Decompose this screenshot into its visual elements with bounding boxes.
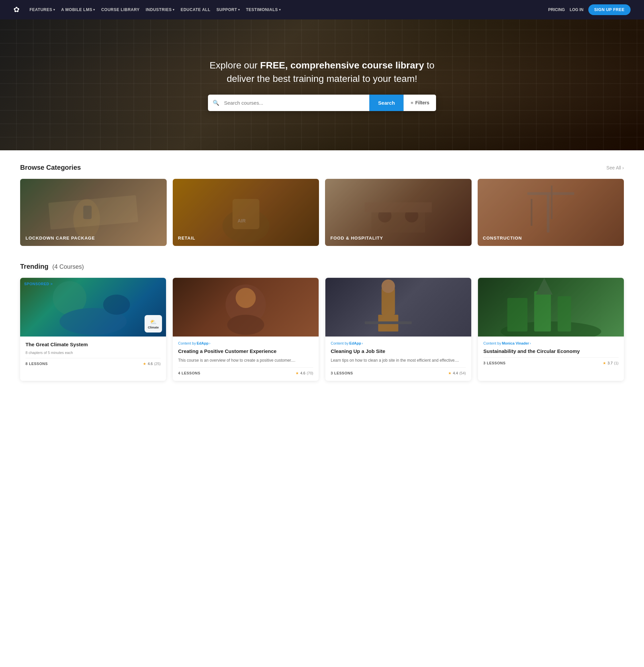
hero-search-bar: 🔍 Search ≡ Filters [208,95,436,111]
course-desc-2: This course is an overview of how to cre… [178,357,313,363]
rating-value: 3.7 [608,361,612,365]
course-lessons-2: 4 LESSONS [178,371,200,375]
filters-button[interactable]: ≡ Filters [403,95,436,111]
trending-count: (4 Courses) [52,263,84,270]
search-input[interactable] [224,95,369,111]
course-desc-3: Learn tips on how to clean a job site in… [331,357,466,363]
content-by-name-4: Monica Vinader [502,341,529,345]
rating-count: (25) [154,362,161,366]
course-info-1: The Great Climate System 8 chapters of 5… [20,337,166,371]
category-construction[interactable]: CONSTRUCTION [478,179,624,246]
course-thumb-3 [325,278,471,337]
navbar: ✿ FEATURES ▾ A MOBILE LMS ▾ COURSE LIBRA… [0,0,644,19]
course-footer-4: 3 LESSONS ★ 3.7 (1) [483,357,618,365]
star-icon: ★ [448,371,451,375]
svg-rect-26 [534,291,551,331]
course-lessons-4: 3 LESSONS [483,361,506,365]
star-icon: ★ [603,361,606,365]
nav-links: FEATURES ▾ A MOBILE LMS ▾ COURSE LIBRARY… [30,7,541,12]
svg-rect-27 [558,296,571,331]
course-lessons-3: 3 LESSONS [331,371,353,375]
svg-marker-28 [536,278,553,295]
star-icon: ★ [143,362,146,366]
svg-point-19 [227,315,264,335]
trending-grid: SPONSORED > ⛅ Climate The Great Climate … [20,278,624,381]
content-by-2: Content by EdApp › [178,341,313,345]
trending-title: Trending (4 Courses) [20,263,84,271]
course-card-customer[interactable]: Content by EdApp › Creating a Positive C… [173,278,319,381]
category-lockdown[interactable]: LOCKDOWN CARE PACKAGE [20,179,167,246]
nav-login[interactable]: LOG IN [569,7,583,12]
course-thumb-bg-1 [20,278,166,337]
sponsored-badge: SPONSORED > [24,282,53,286]
category-label-retail: RETAIL [178,235,196,241]
browse-header: Browse Categories See All › [20,164,624,172]
nav-testimonials[interactable]: TESTIMONIALS ▾ [246,7,281,12]
course-rating-2: ★ 4.6 (70) [296,371,313,375]
course-title-3: Cleaning Up a Job Site [331,348,466,355]
category-label-lockdown: LOCKDOWN CARE PACKAGE [26,235,95,241]
course-footer-1: 8 LESSONS ★ 4.6 (25) [26,358,161,366]
provider-logo-icon: ⛅ [150,319,156,325]
svg-rect-23 [365,322,412,324]
filter-icon: ≡ [411,100,413,105]
course-info-4: Content by Monica Vinader › Sustainabili… [478,337,624,371]
rating-count: (54) [459,371,466,375]
nav-logo: ✿ [13,5,19,14]
course-footer-3: 3 LESSONS ★ 4.4 (54) [331,368,466,375]
course-card-jobsite[interactable]: Content by EdApp › Cleaning Up a Job Sit… [325,278,471,381]
nav-educate-all[interactable]: EDUCATE ALL [180,7,210,12]
provider-logo-climate: ⛅ Climate [145,315,162,332]
nav-mobile-lms[interactable]: A MOBILE LMS ▾ [61,7,95,12]
filters-label: Filters [415,100,429,105]
course-thumb-1: SPONSORED > ⛅ Climate [20,278,166,337]
course-lessons-1: 8 LESSONS [26,362,48,366]
signup-button[interactable]: SIGN UP FREE [588,4,631,15]
course-info-3: Content by EdApp › Cleaning Up a Job Sit… [325,337,471,381]
course-title-1: The Great Climate System [26,341,161,348]
course-thumb-bg-2 [173,278,319,337]
content-by-name-3: EdApp [349,341,361,345]
rating-value: 4.6 [148,362,153,366]
category-food[interactable]: FOOD & HOSPITALITY [325,179,472,246]
rating-value: 4.4 [453,371,458,375]
see-all-link[interactable]: See All › [607,165,624,170]
svg-rect-25 [508,298,528,331]
course-rating-1: ★ 4.6 (25) [143,362,161,366]
nav-industries[interactable]: INDUSTRIES ▾ [146,7,175,12]
hero-section: Explore our FREE, comprehensive course l… [0,19,644,150]
course-footer-2: 4 LESSONS ★ 4.6 (70) [178,368,313,375]
rating-value: 4.6 [300,371,305,375]
categories-grid: LOCKDOWN CARE PACKAGE AIR RETAIL [20,179,624,246]
content-by-3: Content by EdApp › [331,341,466,345]
trending-header: Trending (4 Courses) [20,263,624,271]
nav-features[interactable]: FEATURES ▾ [30,7,55,12]
search-icon: 🔍 [208,100,224,106]
category-retail[interactable]: AIR RETAIL [173,179,319,246]
content-by-name-2: EdApp [197,341,208,345]
nav-support[interactable]: SUPPORT ▾ [216,7,240,12]
course-thumb-2 [173,278,319,337]
provider-name: Climate [148,326,159,329]
star-icon: ★ [296,371,299,375]
course-rating-3: ★ 4.4 (54) [448,371,466,375]
course-info-2: Content by EdApp › Creating a Positive C… [173,337,319,381]
course-thumb-bg-3 [325,278,471,337]
browse-title: Browse Categories [20,164,81,172]
course-card-sustainability[interactable]: Content by Monica Vinader › Sustainabili… [478,278,624,381]
course-chapters-1: 8 chapters of 5 minutes each [26,351,161,355]
nav-course-library[interactable]: COURSE LIBRARY [101,7,140,12]
course-thumb-bg-4 [478,278,624,337]
browse-categories-section: Browse Categories See All › LOCKDOWN CAR… [0,150,644,259]
svg-point-16 [103,295,130,315]
course-rating-4: ★ 3.7 (1) [603,361,618,365]
course-card-climate[interactable]: SPONSORED > ⛅ Climate The Great Climate … [20,278,166,381]
trending-section: Trending (4 Courses) SPONSORED > ⛅ Clima… [0,259,644,394]
search-button[interactable]: Search [369,95,403,111]
svg-point-22 [382,279,395,293]
svg-point-18 [236,288,256,308]
course-title-4: Sustainability and the Circular Economy [483,348,618,355]
nav-pricing[interactable]: PRICING [548,7,565,12]
course-title-2: Creating a Positive Customer Experience [178,348,313,355]
category-label-food: FOOD & HOSPITALITY [330,235,383,241]
